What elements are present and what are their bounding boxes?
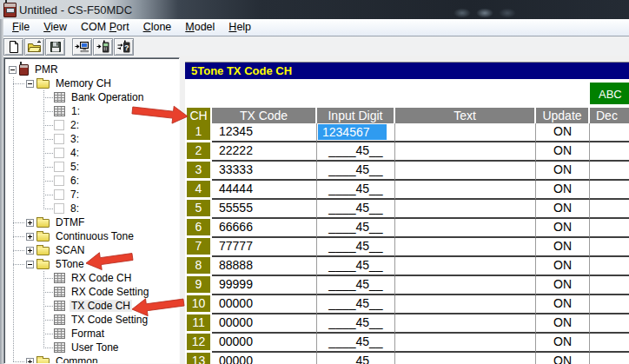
- input-digit-cell[interactable]: ____45__: [317, 200, 395, 219]
- menu-model[interactable]: Model: [178, 20, 222, 35]
- text-cell[interactable]: [395, 276, 536, 295]
- tx-code-cell[interactable]: 99999: [212, 276, 317, 295]
- menu-view[interactable]: View: [36, 20, 74, 35]
- menu-help[interactable]: Help: [222, 20, 258, 35]
- dec-cell[interactable]: [590, 162, 629, 181]
- tree-item-bank-operation[interactable]: Bank Operation: [4, 90, 179, 104]
- tree-item-tx-code-setting[interactable]: TX Code Setting: [4, 313, 179, 327]
- text-cell[interactable]: [395, 314, 536, 334]
- clone-info-button[interactable]: ?: [114, 38, 134, 56]
- tree-item-7[interactable]: 7:: [4, 188, 179, 202]
- tree-item-continuous-tone[interactable]: Continuous Tone: [4, 229, 179, 243]
- input-digit-cell[interactable]: ____45__: [317, 142, 395, 162]
- input-digit-cell[interactable]: ____45__: [317, 353, 395, 364]
- input-digit-cell[interactable]: ____45__: [317, 314, 395, 334]
- text-cell[interactable]: [395, 238, 536, 257]
- tree-item-3[interactable]: 3:: [4, 132, 179, 146]
- clone-write-button[interactable]: [93, 38, 113, 56]
- update-cell[interactable]: ON: [536, 257, 590, 276]
- tree-item-scan[interactable]: SCAN: [4, 243, 179, 257]
- dec-cell[interactable]: [590, 276, 629, 295]
- tree-item-4[interactable]: 4:: [4, 146, 179, 160]
- abc-toggle-button[interactable]: ABC: [590, 83, 629, 104]
- tree-item-6[interactable]: 6:: [4, 174, 179, 188]
- input-digit-cell[interactable]: ____45__: [317, 295, 395, 314]
- dec-cell[interactable]: [590, 219, 629, 238]
- tree-item-common[interactable]: Common: [4, 354, 179, 364]
- text-cell[interactable]: [395, 200, 536, 219]
- update-cell[interactable]: ON: [536, 314, 590, 334]
- text-cell[interactable]: [395, 123, 536, 142]
- input-digit-cell[interactable]: ____45__: [317, 238, 395, 257]
- dec-cell[interactable]: [590, 353, 629, 364]
- update-cell[interactable]: ON: [536, 142, 590, 162]
- tree-item-user-tone[interactable]: User Tone: [4, 341, 179, 354]
- text-cell[interactable]: [395, 142, 536, 162]
- input-digit-cell[interactable]: ____45__: [317, 219, 395, 238]
- text-cell[interactable]: [395, 295, 536, 314]
- text-cell[interactable]: [395, 162, 536, 181]
- update-cell[interactable]: ON: [536, 162, 590, 181]
- text-cell[interactable]: [395, 334, 536, 353]
- text-cell[interactable]: [395, 353, 536, 364]
- dec-cell[interactable]: [590, 238, 629, 257]
- dec-cell[interactable]: [590, 142, 629, 162]
- selected-input-digit-cell[interactable]: 1234567: [318, 124, 387, 140]
- input-digit-cell[interactable]: ____45__: [317, 257, 395, 276]
- update-cell[interactable]: ON: [536, 238, 590, 257]
- collapse-minus-icon[interactable]: [26, 80, 34, 88]
- update-cell[interactable]: ON: [536, 353, 590, 364]
- text-cell[interactable]: [395, 257, 536, 276]
- expand-plus-icon[interactable]: [26, 358, 34, 364]
- dec-cell[interactable]: [590, 334, 629, 353]
- tx-code-cell[interactable]: 66666: [212, 219, 317, 238]
- dec-cell[interactable]: [590, 257, 629, 276]
- tree-item-rx-code-setting[interactable]: RX Code Setting: [4, 285, 179, 299]
- tree-item-2[interactable]: 2:: [4, 118, 179, 132]
- update-cell[interactable]: ON: [536, 276, 590, 295]
- collapse-minus-icon[interactable]: [9, 66, 17, 74]
- menu-com-port[interactable]: COM Port: [74, 20, 136, 35]
- text-cell[interactable]: [395, 181, 536, 200]
- input-digit-cell[interactable]: 1234567: [317, 123, 395, 142]
- tree-item-5[interactable]: 5:: [4, 160, 179, 174]
- tx-code-cell[interactable]: 12345: [212, 123, 317, 142]
- tx-code-cell[interactable]: 00000: [212, 295, 317, 314]
- input-digit-cell[interactable]: ____45__: [317, 162, 395, 181]
- tree-item-8[interactable]: 8:: [4, 202, 179, 215]
- update-cell[interactable]: ON: [536, 295, 590, 314]
- tx-code-cell[interactable]: 00000: [212, 334, 317, 353]
- tree-item-format[interactable]: Format: [4, 327, 179, 341]
- tree-item-dtmf[interactable]: DTMF: [4, 215, 179, 229]
- menu-file[interactable]: File: [5, 20, 36, 35]
- open-file-button[interactable]: [24, 38, 44, 56]
- tree-item-5tone[interactable]: 5Tone: [4, 257, 179, 271]
- menu-clone[interactable]: Clone: [136, 20, 179, 35]
- tx-code-cell[interactable]: 33333: [212, 162, 317, 181]
- input-digit-cell[interactable]: ____45__: [317, 276, 395, 295]
- expand-plus-icon[interactable]: [26, 233, 34, 241]
- tx-code-cell[interactable]: 88888: [212, 257, 317, 276]
- tx-code-cell[interactable]: 55555: [212, 200, 317, 219]
- update-cell[interactable]: ON: [536, 123, 590, 142]
- dec-cell[interactable]: [590, 314, 629, 334]
- dec-cell[interactable]: [590, 181, 629, 200]
- text-cell[interactable]: [395, 219, 536, 238]
- save-file-button[interactable]: [45, 38, 65, 56]
- tree-item-memory-ch[interactable]: Memory CH: [4, 76, 179, 90]
- update-cell[interactable]: ON: [536, 181, 590, 200]
- tree-item-rx-code-ch[interactable]: RX Code CH: [4, 271, 179, 285]
- update-cell[interactable]: ON: [536, 219, 590, 238]
- expand-plus-icon[interactable]: [26, 219, 34, 227]
- update-cell[interactable]: ON: [536, 200, 590, 219]
- dec-cell[interactable]: [590, 295, 629, 314]
- input-digit-cell[interactable]: ____45__: [317, 334, 395, 353]
- tx-code-cell[interactable]: 00000: [212, 353, 317, 364]
- collapse-minus-icon[interactable]: [26, 261, 34, 268]
- expand-plus-icon[interactable]: [26, 247, 34, 255]
- new-file-button[interactable]: [3, 38, 23, 56]
- input-digit-cell[interactable]: ____45__: [317, 181, 395, 200]
- update-cell[interactable]: ON: [536, 334, 590, 353]
- tree-item-tx-code-ch[interactable]: TX Code CH: [4, 299, 179, 313]
- tx-code-cell[interactable]: 00000: [212, 314, 317, 334]
